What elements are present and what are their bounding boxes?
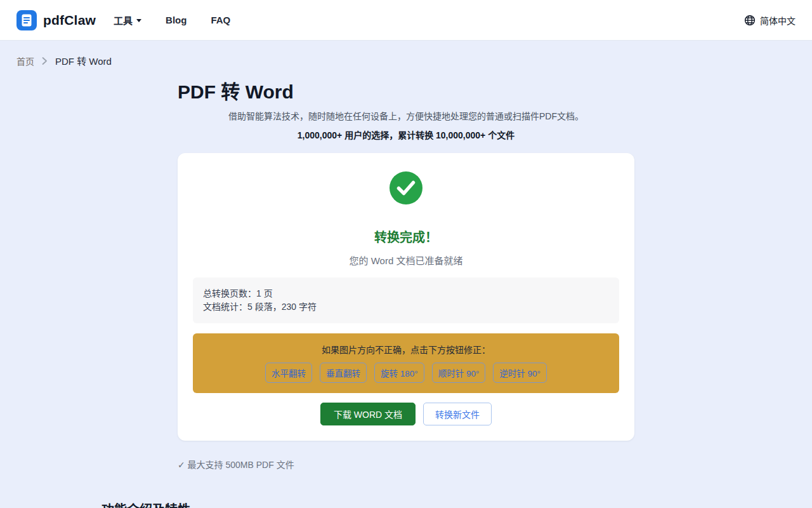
conversion-stats-pages: 总转换页数：1 页 xyxy=(203,287,609,300)
chevron-right-icon xyxy=(42,57,48,65)
status-subtitle: 您的 Word 文档已准备就绪 xyxy=(193,253,619,267)
converter-main: PDF 转 Word 借助智能算法技术，随时随地在任何设备上，方便快捷地处理您的… xyxy=(178,80,634,471)
orientation-panel: 如果图片方向不正确，点击下方按钮修正： 水平翻转 垂直翻转 旋转 180° 顺时… xyxy=(193,333,619,393)
chevron-down-icon xyxy=(136,19,141,22)
nav-item-blog[interactable]: Blog xyxy=(166,15,187,25)
main-nav: 工具 Blog FAQ xyxy=(114,13,230,27)
globe-icon xyxy=(744,15,756,26)
app-logo-icon xyxy=(16,10,37,30)
rotate-180-button[interactable]: 旋转 180° xyxy=(374,363,424,383)
download-word-button[interactable]: 下载 WORD 文档 xyxy=(320,403,416,425)
rotate-ccw-90-button[interactable]: 逆时针 90° xyxy=(493,363,547,383)
usage-stats: 1,000,000+ 用户的选择，累计转换 10,000,000+ 个文件 xyxy=(178,128,634,141)
features-section: 功能介绍及特性 xyxy=(102,500,710,508)
brand-name: pdfClaw xyxy=(43,13,96,28)
brand[interactable]: pdfClaw xyxy=(16,10,96,30)
rotate-cw-90-button[interactable]: 顺时针 90° xyxy=(432,363,486,383)
file-size-note: ✓ 最大支持 500MB PDF 文件 xyxy=(178,458,634,471)
success-check-icon xyxy=(193,171,619,204)
conversion-stats-doc: 文档统计：5 段落，230 字符 xyxy=(203,300,609,314)
flip-vertical-button[interactable]: 垂直翻转 xyxy=(320,363,367,383)
header: pdfClaw 工具 Blog FAQ 简体中文 xyxy=(0,0,812,41)
breadcrumb-home[interactable]: 首页 xyxy=(16,55,34,67)
result-card: 转换完成！ 您的 Word 文档已准备就绪 总转换页数：1 页 文档统计：5 段… xyxy=(178,153,634,441)
nav-item-faq[interactable]: FAQ xyxy=(211,15,230,25)
nav-item-tools[interactable]: 工具 xyxy=(114,13,141,27)
result-actions: 下载 WORD 文档 转换新文件 xyxy=(193,403,619,425)
orientation-hint: 如果图片方向不正确，点击下方按钮修正： xyxy=(203,344,609,356)
page-subtitle: 借助智能算法技术，随时随地在任何设备上，方便快捷地处理您的普通或扫描件PDF文档… xyxy=(178,110,634,123)
flip-horizontal-button[interactable]: 水平翻转 xyxy=(265,363,312,383)
orientation-buttons: 水平翻转 垂直翻转 旋转 180° 顺时针 90° 逆时针 90° xyxy=(203,363,609,383)
status-title: 转换完成！ xyxy=(193,227,619,246)
language-switcher[interactable]: 简体中文 xyxy=(744,14,796,27)
breadcrumb: 首页 PDF 转 Word xyxy=(0,41,812,67)
breadcrumb-current: PDF 转 Word xyxy=(55,54,112,67)
language-label: 简体中文 xyxy=(760,14,796,27)
conversion-stats: 总转换页数：1 页 文档统计：5 段落，230 字符 xyxy=(193,277,619,323)
nav-item-tools-label: 工具 xyxy=(114,13,133,27)
features-heading: 功能介绍及特性 xyxy=(102,500,710,508)
page-title: PDF 转 Word xyxy=(178,80,634,104)
convert-new-file-button[interactable]: 转换新文件 xyxy=(423,403,492,425)
